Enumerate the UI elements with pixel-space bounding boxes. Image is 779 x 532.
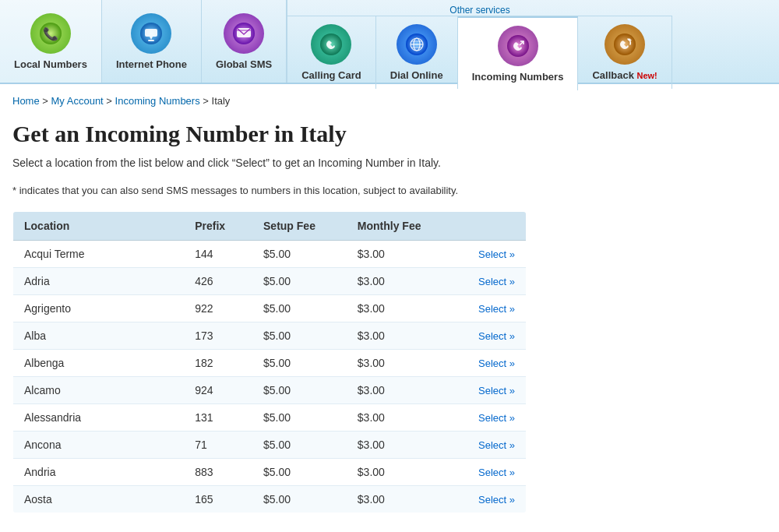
cell-action: Select » (449, 403, 527, 431)
cell-setup: $5.00 (252, 322, 347, 349)
cell-setup: $5.00 (252, 349, 347, 376)
table-body: Acqui Terme 144 $5.00 $3.00 Select » Adr… (13, 240, 527, 513)
svg-point-18 (614, 33, 636, 55)
cell-action: Select » (449, 322, 527, 349)
cell-prefix: 182 (184, 349, 252, 376)
table-row: Acqui Terme 144 $5.00 $3.00 Select » (13, 240, 527, 267)
svg-point-9 (320, 33, 342, 55)
cell-prefix: 173 (184, 322, 252, 349)
main-content: Get an Incoming Number in Italy Select a… (0, 113, 779, 529)
cell-location: Aosta (13, 485, 185, 513)
table-row: Aosta 165 $5.00 $3.00 Select » (13, 485, 527, 513)
numbers-table: Location Prefix Setup Fee Monthly Fee Ac… (12, 211, 527, 513)
select-link[interactable]: Select » (478, 248, 515, 260)
table-row: Ancona 71 $5.00 $3.00 Select » (13, 431, 527, 458)
cell-monthly: $3.00 (347, 267, 449, 294)
local-numbers-label: Local Numbers (14, 58, 87, 70)
cell-monthly: $3.00 (347, 376, 449, 403)
nav-incoming-numbers[interactable]: Incoming Numbers (458, 16, 579, 90)
cell-monthly: $3.00 (347, 349, 449, 376)
nav-bar: 📞 Local Numbers Internet Phone (0, 0, 779, 84)
page-description: Select a location from the list below an… (12, 157, 767, 169)
cell-setup: $5.00 (252, 267, 347, 294)
callback-icon (605, 24, 645, 65)
breadcrumb-home[interactable]: Home (12, 95, 40, 107)
callback-label: Callback New! (592, 69, 657, 81)
internet-phone-icon (131, 13, 171, 54)
global-sms-icon (224, 13, 264, 54)
svg-rect-5 (148, 40, 154, 41)
cell-location: Alba (13, 322, 185, 349)
incoming-numbers-label: Incoming Numbers (472, 71, 564, 83)
breadcrumb-incoming-numbers[interactable]: Incoming Numbers (115, 95, 200, 107)
cell-action: Select » (449, 458, 527, 485)
cell-prefix: 924 (184, 376, 252, 403)
cell-monthly: $3.00 (347, 322, 449, 349)
cell-prefix: 131 (184, 403, 252, 431)
cell-action: Select » (449, 376, 527, 403)
dial-online-label: Dial Online (390, 69, 443, 81)
cell-monthly: $3.00 (347, 294, 449, 322)
cell-location: Adria (13, 267, 185, 294)
nav-local-numbers[interactable]: 📞 Local Numbers (0, 0, 102, 83)
select-link[interactable]: Select » (478, 385, 515, 396)
select-link[interactable]: Select » (478, 412, 515, 424)
cell-setup: $5.00 (252, 376, 347, 403)
cell-action: Select » (449, 294, 527, 322)
other-services-group: Other services Calling Card (287, 0, 672, 83)
nav-dial-online[interactable]: Dial Online (376, 16, 458, 89)
nav-global-sms[interactable]: Global SMS (202, 0, 287, 83)
cell-action: Select » (449, 431, 527, 458)
col-header-prefix: Prefix (184, 211, 252, 240)
other-services-items: Calling Card Dial Online (287, 16, 672, 89)
nav-calling-card[interactable]: Calling Card (287, 16, 376, 89)
nav-callback[interactable]: Callback New! (578, 16, 671, 89)
breadcrumb-my-account[interactable]: My Account (51, 95, 104, 107)
select-link[interactable]: Select » (478, 467, 515, 478)
cell-monthly: $3.00 (347, 431, 449, 458)
cell-monthly: $3.00 (347, 458, 449, 485)
internet-phone-label: Internet Phone (116, 58, 187, 70)
table-row: Albenga 182 $5.00 $3.00 Select » (13, 349, 527, 376)
cell-setup: $5.00 (252, 403, 347, 431)
calling-card-icon (311, 24, 351, 65)
cell-prefix: 426 (184, 267, 252, 294)
cell-prefix: 883 (184, 458, 252, 485)
table-header: Location Prefix Setup Fee Monthly Fee (13, 211, 527, 240)
cell-prefix: 922 (184, 294, 252, 322)
cell-prefix: 144 (184, 240, 252, 267)
table-row: Adria 426 $5.00 $3.00 Select » (13, 267, 527, 294)
cell-monthly: $3.00 (347, 240, 449, 267)
table-row: Andria 883 $5.00 $3.00 Select » (13, 458, 527, 485)
cell-setup: $5.00 (252, 294, 347, 322)
col-header-monthly: Monthly Fee (347, 211, 449, 240)
calling-card-label: Calling Card (301, 69, 361, 81)
other-services-label: Other services (287, 0, 672, 16)
nav-internet-phone[interactable]: Internet Phone (102, 0, 202, 83)
cell-action: Select » (449, 240, 527, 267)
cell-location: Alessandria (13, 403, 185, 431)
select-link[interactable]: Select » (478, 330, 515, 342)
page-title: Get an Incoming Number in Italy (12, 121, 767, 147)
cell-action: Select » (449, 349, 527, 376)
cell-setup: $5.00 (252, 431, 347, 458)
select-link[interactable]: Select » (478, 358, 515, 369)
cell-location: Acqui Terme (13, 240, 185, 267)
table-row: Agrigento 922 $5.00 $3.00 Select » (13, 294, 527, 322)
cell-location: Ancona (13, 431, 185, 458)
sms-note: * indicates that you can also send SMS m… (12, 183, 767, 199)
col-header-location: Location (13, 211, 185, 240)
select-link[interactable]: Select » (478, 494, 515, 506)
cell-location: Agrigento (13, 294, 185, 322)
svg-rect-3 (145, 29, 157, 37)
dial-online-icon (397, 24, 437, 65)
local-numbers-icon: 📞 (30, 13, 71, 54)
svg-point-16 (507, 35, 529, 57)
select-link[interactable]: Select » (478, 303, 515, 315)
svg-text:📞: 📞 (43, 26, 58, 41)
select-link[interactable]: Select » (478, 439, 515, 451)
incoming-numbers-icon (498, 26, 538, 66)
cell-monthly: $3.00 (347, 485, 449, 513)
cell-prefix: 71 (184, 431, 252, 458)
select-link[interactable]: Select » (478, 276, 515, 287)
